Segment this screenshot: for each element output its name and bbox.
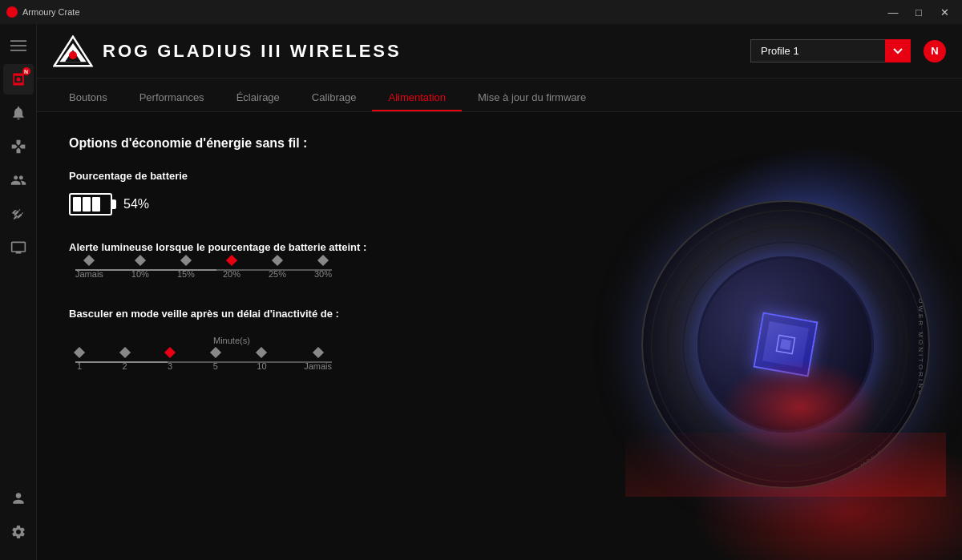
alert-tick-2[interactable]: 15%: [177, 277, 195, 279]
minimize-button[interactable]: —: [882, 3, 904, 21]
sleep-tick-1[interactable]: 2: [121, 369, 129, 371]
close-button[interactable]: ✕: [933, 3, 956, 21]
gamepad-icon: [10, 139, 26, 155]
alert-tick-diamond-2[interactable]: [180, 255, 192, 266]
sleep-tick-0[interactable]: 1: [75, 369, 83, 371]
users-icon: [10, 172, 26, 188]
content-area: Options d'économie d'énergie sans fil : …: [37, 112, 962, 560]
sleep-tick-diamond-2[interactable]: [164, 347, 176, 358]
alert-slider-ticks: Jamais 10% 15%: [75, 277, 332, 279]
profile-dropdown[interactable]: Profile 1 Profile 2 Profile 3: [750, 39, 911, 62]
profile-icon: [10, 490, 26, 506]
alert-tick-diamond-4[interactable]: [272, 255, 283, 266]
rocket-icon: [10, 206, 26, 222]
sidebar-item-bell[interactable]: [3, 98, 34, 128]
notification-n-badge: N: [924, 40, 946, 62]
sleep-tick-label-2: 3: [168, 361, 172, 371]
sleep-tick-diamond-5[interactable]: [312, 347, 323, 358]
alert-tick-5[interactable]: 30%: [314, 277, 332, 279]
sidebar-item-profile[interactable]: [3, 483, 34, 514]
sidebar-item-rocket[interactable]: [3, 199, 34, 229]
app-title: Armoury Crate: [22, 7, 80, 17]
sleep-tick-label-3: 5: [213, 361, 218, 371]
title-bar-controls: — □ ✕: [882, 3, 956, 21]
header: ROG GLADIUS III WIRELESS Profile 1 Profi…: [37, 24, 962, 79]
sidebar-item-settings[interactable]: [3, 517, 34, 547]
alert-tick-1[interactable]: 10%: [131, 277, 149, 279]
app-body: N: [0, 24, 962, 560]
profile-selector: Profile 1 Profile 2 Profile 3 N: [750, 39, 946, 62]
svg-rect-2: [10, 50, 26, 51]
alert-tick-label-1: 10%: [131, 269, 149, 279]
alert-slider-section: Alerte lumineuse lorsque le pourcentage …: [69, 241, 513, 279]
sleep-tick-diamond-0[interactable]: [74, 347, 85, 358]
section-title: Options d'économie d'énergie sans fil :: [69, 136, 513, 151]
header-logo: ROG GLADIUS III WIRELESS: [53, 35, 402, 67]
alert-tick-diamond-5[interactable]: [317, 255, 329, 266]
sidebar: N: [0, 24, 37, 560]
device-visual: POWER MONITORING POWER MONITORING: [561, 176, 946, 497]
sleep-tick-2[interactable]: 3: [166, 369, 174, 371]
device-arc-text: POWER MONITORING: [917, 291, 924, 397]
tab-firmware[interactable]: Mise à jour du firmware: [462, 85, 602, 111]
device-name: ROG GLADIUS III WIRELESS: [103, 41, 402, 62]
sleep-slider-section: Basculer en mode veille après un délai d…: [69, 308, 513, 371]
sidebar-item-display[interactable]: [3, 232, 34, 263]
rog-icon: [6, 6, 18, 18]
settings-icon: [10, 524, 26, 540]
alert-tick-label-3: 20%: [223, 269, 240, 279]
sleep-slider-track-container: 1 2 3 5: [69, 361, 513, 371]
sidebar-item-menu[interactable]: [3, 30, 34, 61]
sleep-slider-track: [75, 361, 332, 363]
battery-bar-3: [92, 197, 100, 212]
alert-tick-3[interactable]: 20%: [223, 277, 240, 279]
rog-logo-icon: [53, 35, 93, 67]
sleep-tick-diamond-3[interactable]: [210, 347, 221, 358]
bell-icon: [10, 105, 26, 121]
tab-alimentation[interactable]: Alimentation: [372, 85, 462, 111]
svg-rect-0: [10, 40, 26, 42]
sleep-tick-label-5: Jamais: [304, 361, 332, 371]
alert-tick-label-2: 15%: [177, 269, 195, 279]
main-content: ROG GLADIUS III WIRELESS Profile 1 Profi…: [37, 24, 962, 560]
alert-tick-diamond-1[interactable]: [135, 255, 146, 266]
tab-calibrage[interactable]: Calibrage: [296, 85, 373, 111]
sleep-tick-diamond-1[interactable]: [119, 347, 131, 358]
tab-boutons[interactable]: Boutons: [53, 85, 123, 111]
svg-rect-9: [780, 339, 791, 350]
svg-rect-1: [10, 45, 26, 46]
alert-tick-label-4: 25%: [269, 269, 286, 279]
sleep-tick-5[interactable]: Jamais: [304, 369, 332, 371]
sleep-tick-4[interactable]: 10: [257, 369, 266, 371]
tab-bar: Boutons Performances Éclairage Calibrage…: [37, 79, 962, 112]
sleep-tick-label-0: 1: [77, 361, 82, 371]
alert-slider-track-container: Jamais 10% 15%: [69, 269, 513, 279]
sleep-tick-3[interactable]: 5: [212, 369, 220, 371]
alert-tick-4[interactable]: 25%: [269, 277, 286, 279]
battery-label: Pourcentage de batterie: [69, 170, 513, 182]
sidebar-item-users[interactable]: [3, 165, 34, 195]
alert-tick-label-0: Jamais: [75, 269, 103, 279]
sleep-minute-label: Minute(s): [213, 336, 513, 345]
alert-slider-label: Alerte lumineuse lorsque le pourcentage …: [69, 241, 513, 253]
sleep-tick-label-4: 10: [257, 361, 266, 371]
sidebar-item-gamepad[interactable]: [3, 131, 34, 162]
alert-tick-0[interactable]: Jamais: [75, 277, 103, 279]
battery-container: 54%: [69, 193, 513, 216]
notification-badge: N: [22, 67, 30, 75]
alert-slider-track: [75, 269, 332, 271]
title-bar: Armoury Crate — □ ✕: [0, 0, 962, 24]
right-panel: POWER MONITORING POWER MONITORING: [545, 112, 962, 560]
alert-tick-diamond-0[interactable]: [83, 255, 95, 266]
sidebar-item-device[interactable]: N: [3, 64, 34, 95]
tab-performances[interactable]: Performances: [123, 85, 220, 111]
sleep-slider-ticks: 1 2 3 5: [75, 369, 332, 371]
sleep-tick-diamond-4[interactable]: [256, 347, 267, 358]
alert-tick-diamond-3[interactable]: [226, 255, 237, 266]
battery-bar-2: [83, 197, 91, 212]
left-panel: Options d'économie d'énergie sans fil : …: [37, 112, 545, 560]
tab-eclairage[interactable]: Éclairage: [220, 85, 296, 111]
device-square-icon: [772, 330, 800, 358]
maximize-button[interactable]: □: [907, 3, 930, 21]
sleep-slider-label: Basculer en mode veille après un délai d…: [69, 308, 513, 320]
